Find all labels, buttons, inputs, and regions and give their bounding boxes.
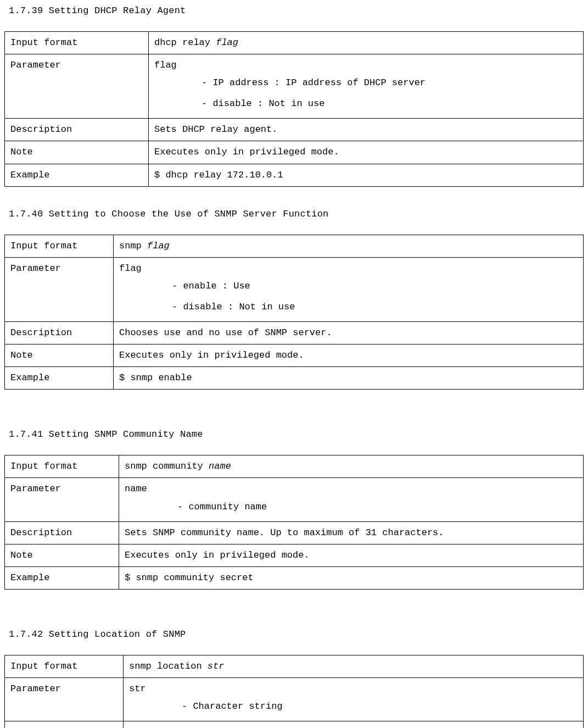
input-prefix: snmp xyxy=(119,241,147,251)
section: 1.7.40 Setting to Choose the Use of SNMP… xyxy=(4,209,584,390)
table-row: NoteExecutes only in privileged mode. xyxy=(5,544,584,566)
table-row: Parameterflag- IP address : IP address o… xyxy=(5,54,584,119)
section: 1.7.41 Setting SNMP Community NameInput … xyxy=(4,429,584,590)
input-prefix: dhcp relay xyxy=(154,37,216,48)
row-label: Description xyxy=(5,322,114,344)
parameter-value: name- community name xyxy=(119,478,584,521)
row-label: Example xyxy=(5,367,114,390)
row-label: Description xyxy=(5,119,149,141)
section-heading: 1.7.41 Setting SNMP Community Name xyxy=(9,429,584,440)
row-label: Example xyxy=(5,164,149,186)
note-value: Executes only in privileged mode. xyxy=(119,544,584,566)
row-label: Note xyxy=(5,544,119,566)
table-row: DescriptionSets location of SNMP. Up to … xyxy=(5,721,584,728)
row-label: Input format xyxy=(5,655,124,677)
row-label: Parameter xyxy=(5,257,114,321)
description-value: Sets SNMP community name. Up to maximum … xyxy=(119,521,584,544)
note-value: Executes only in privileged mode. xyxy=(149,141,584,164)
row-label: Parameter xyxy=(5,677,124,721)
parameter-value: flag- IP address : IP address of DHCP se… xyxy=(149,54,584,119)
row-label: Description xyxy=(5,521,119,544)
table-row: Example$ snmp enable xyxy=(5,367,584,390)
example-value: $ snmp enable xyxy=(114,367,584,390)
section-heading: 1.7.40 Setting to Choose the Use of SNMP… xyxy=(9,209,584,219)
row-label: Input format xyxy=(5,455,119,478)
table-row: Example$ dhcp relay 172.10.0.1 xyxy=(5,164,584,186)
description-value: Chooses use and no use of SNMP server. xyxy=(114,322,584,344)
input-format-value: dhcp relay flag xyxy=(149,32,584,54)
input-format-value: snmp location str xyxy=(124,655,584,677)
section: 1.7.39 Setting DHCP Relay AgentInput for… xyxy=(4,5,584,187)
example-value: $ snmp community secret xyxy=(119,566,584,589)
row-label: Parameter xyxy=(5,478,119,521)
param-head: flag xyxy=(154,60,177,70)
input-arg: str xyxy=(208,661,225,671)
parameter-value: flag- enable : Use- disable : Not in use xyxy=(114,257,584,321)
table-row: Parametername- community name xyxy=(5,478,584,521)
input-arg: name xyxy=(209,461,231,471)
table-row: NoteExecutes only in privileged mode. xyxy=(5,141,584,164)
param-line: - enable : Use xyxy=(119,275,578,296)
parameter-value: str- Character string xyxy=(124,677,584,721)
table-row: DescriptionSets SNMP community name. Up … xyxy=(5,521,584,544)
description-value: Sets DHCP relay agent. xyxy=(149,119,584,141)
param-head: str xyxy=(129,683,146,694)
param-line: - community name xyxy=(125,496,578,516)
input-arg: flag xyxy=(147,241,170,251)
document-root: 1.7.39 Setting DHCP Relay AgentInput for… xyxy=(4,5,584,728)
section: 1.7.42 Setting Location of SNMPInput for… xyxy=(4,629,584,728)
table-row: Example$ snmp community secret xyxy=(5,566,584,589)
row-label: Example xyxy=(5,566,119,589)
section-heading: 1.7.42 Setting Location of SNMP xyxy=(9,629,584,640)
param-line: - disable : Not in use xyxy=(154,92,578,113)
table-row: Input formatsnmp flag xyxy=(5,235,584,257)
input-format-value: snmp flag xyxy=(114,235,584,257)
table-row: Input formatsnmp location str xyxy=(5,655,584,677)
table-row: Parameterflag- enable : Use- disable : N… xyxy=(5,257,584,321)
command-table: Input formatsnmp community nameParameter… xyxy=(4,455,584,590)
table-row: DescriptionSets DHCP relay agent. xyxy=(5,119,584,141)
command-table: Input formatdhcp relay flagParameterflag… xyxy=(4,31,584,187)
example-value: $ dhcp relay 172.10.0.1 xyxy=(149,164,584,186)
table-row: Input formatdhcp relay flag xyxy=(5,32,584,54)
table-row: Parameterstr- Character string xyxy=(5,677,584,721)
note-value: Executes only in privileged mode. xyxy=(114,344,584,367)
table-row: Input formatsnmp community name xyxy=(5,455,584,478)
input-format-value: snmp community name xyxy=(119,455,584,478)
row-label: Note xyxy=(5,344,114,367)
section-heading: 1.7.39 Setting DHCP Relay Agent xyxy=(9,5,584,16)
command-table: Input formatsnmp flagParameterflag- enab… xyxy=(4,235,584,390)
table-row: DescriptionChooses use and no use of SNM… xyxy=(5,322,584,344)
param-line: - disable : Not in use xyxy=(119,296,578,316)
table-row: NoteExecutes only in privileged mode. xyxy=(5,344,584,367)
param-head: flag xyxy=(119,263,142,274)
input-prefix: snmp location xyxy=(129,661,208,671)
row-label: Input format xyxy=(5,235,114,257)
param-line: - IP address : IP address of DHCP server xyxy=(154,71,578,92)
row-label: Input format xyxy=(5,32,149,54)
row-label: Description xyxy=(5,721,124,728)
input-prefix: snmp community xyxy=(125,461,209,471)
row-label: Parameter xyxy=(5,54,149,119)
param-line: - Character string xyxy=(129,695,578,716)
row-label: Note xyxy=(5,141,149,164)
command-table: Input formatsnmp location strParameterst… xyxy=(4,655,584,728)
input-arg: flag xyxy=(216,37,238,48)
description-value: Sets location of SNMP. Up to maximum of … xyxy=(124,721,584,728)
param-head: name xyxy=(125,484,147,494)
